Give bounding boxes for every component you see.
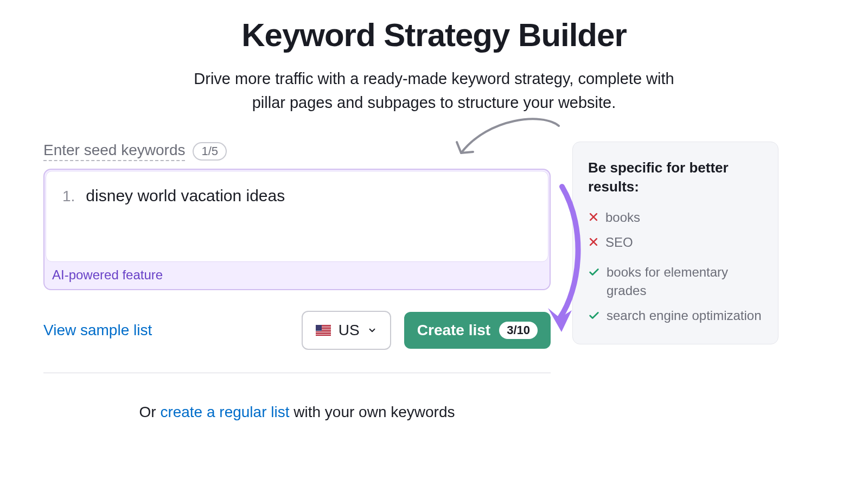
tip-good-item: books for elementary grades	[588, 263, 763, 299]
country-code-label: US	[339, 322, 360, 339]
page-title: Keyword Strategy Builder	[179, 16, 689, 54]
keyword-input-container: 1. AI-powered feature	[43, 169, 551, 290]
tip-bad-text: SEO	[605, 233, 763, 252]
header: Keyword Strategy Builder Drive more traf…	[179, 16, 689, 114]
create-list-button[interactable]: Create list 3/10	[404, 312, 551, 349]
create-list-label: Create list	[417, 322, 490, 339]
tips-good-list: books for elementary grades search engin…	[588, 263, 763, 324]
tips-panel: Be specific for better results: books SE…	[572, 142, 778, 344]
check-icon	[588, 266, 600, 278]
tip-bad-item: SEO	[588, 233, 763, 252]
x-icon	[588, 212, 599, 222]
view-sample-list-link[interactable]: View sample list	[43, 322, 152, 339]
tips-title: Be specific for better results:	[588, 158, 763, 196]
create-list-badge: 3/10	[499, 322, 538, 339]
ai-powered-label: AI-powered feature	[44, 263, 550, 289]
form-area: Enter seed keywords 1/5 1. AI-powered fe…	[43, 142, 551, 421]
seed-label-row: Enter seed keywords 1/5	[43, 142, 551, 161]
divider	[43, 373, 551, 373]
or-suffix: with your own keywords	[289, 404, 455, 420]
create-regular-list-link[interactable]: create a regular list	[160, 404, 289, 420]
tips-bad-list: books SEO	[588, 208, 763, 251]
page-subtitle: Drive more traffic with a ready-made key…	[179, 67, 689, 114]
chevron-down-icon	[367, 325, 377, 335]
flag-us-icon	[316, 325, 331, 336]
keyword-input[interactable]	[86, 187, 532, 205]
check-icon	[588, 310, 600, 322]
x-icon	[588, 236, 599, 247]
tip-good-item: search engine optimization	[588, 306, 763, 325]
keyword-input-box[interactable]: 1.	[46, 171, 548, 262]
tip-good-text: search engine optimization	[607, 306, 763, 325]
tip-bad-text: books	[605, 208, 763, 227]
seed-count-badge: 1/5	[193, 142, 227, 161]
tip-bad-item: books	[588, 208, 763, 227]
country-select[interactable]: US	[302, 311, 391, 350]
or-prefix: Or	[139, 404, 160, 420]
tip-good-text: books for elementary grades	[607, 263, 763, 299]
keyword-line-number: 1.	[62, 188, 75, 205]
seed-keywords-label: Enter seed keywords	[43, 142, 185, 161]
or-row: Or create a regular list with your own k…	[43, 404, 551, 421]
